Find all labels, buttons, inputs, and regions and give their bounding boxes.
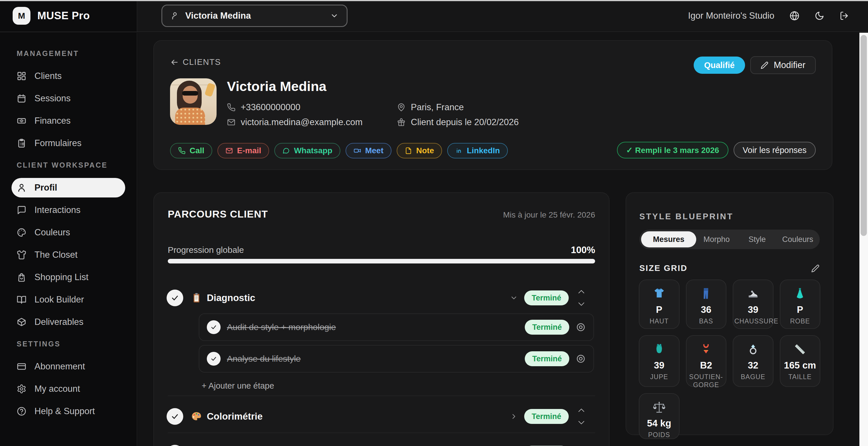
dashboard-grid-icon [17,71,26,81]
scrollbar-track[interactable] [859,33,868,446]
sidebar-item-formulaires[interactable]: Formulaires [11,133,125,153]
client-avatar [170,78,217,125]
view-answers-button[interactable]: Voir les réponses [734,142,816,159]
email-button-label: E-mail [237,146,261,155]
sidebar-item-clients[interactable]: Clients [11,66,125,86]
eye-icon[interactable] [576,322,586,332]
client-selector[interactable]: Victoria Medina [161,5,347,27]
sidebar-item-finances[interactable]: Finances [11,111,125,131]
size-tile-bas[interactable]: 36 BAS [686,279,727,329]
help-circle-icon [17,406,26,416]
progress-value: 100% [571,244,595,255]
sidebar-item-my-account[interactable]: My account [11,379,125,399]
add-step-link[interactable]: + Ajouter une étape [202,381,274,390]
size-tile-taille[interactable]: 165 cm TAILLE [780,335,820,387]
sidebar-item-shopping-list[interactable]: Shopping List [11,268,125,287]
client-phone: +33600000000 [227,102,363,112]
sidebar-item-label: Sessions [34,93,71,104]
globe-icon[interactable] [789,11,800,21]
linkedin-button[interactable]: LinkedIn [447,143,508,159]
sidebar-item-look-builder[interactable]: Look Builder [11,290,125,309]
client-since: Client depuis le 20/02/2026 [397,117,519,128]
app-logo: M [13,7,30,25]
move-down-icon[interactable] [578,421,585,425]
substep-row-lifestyle[interactable]: Analyse du lifestyle Terminé [199,345,594,373]
substep-check-circle[interactable] [207,352,221,366]
file-icon [405,147,412,155]
scale-icon [653,401,666,414]
tab-couleurs[interactable]: Couleurs [777,235,818,244]
tab-mesures[interactable]: Mesures [641,231,696,247]
meet-button[interactable]: Meet [345,143,392,159]
edit-button[interactable]: Modifier [750,56,816,74]
whatsapp-button[interactable]: Whatsapp [274,143,340,159]
sidebar-item-abonnement[interactable]: Abonnement [11,357,125,376]
sidebar-item-label: Deliverables [34,317,84,327]
palette-icon [17,228,26,237]
sidebar-item-label: Finances [34,116,71,126]
tile-label: SOUTIEN-GORGE [687,373,725,389]
user-icon [170,11,180,21]
sidebar-item-interactions[interactable]: Interactions [11,200,125,220]
bikini-icon [700,343,713,356]
pencil-icon[interactable] [811,264,820,273]
sidebar-item-profil[interactable]: Profil [11,178,125,198]
sidebar-item-help-support[interactable]: Help & Support [11,402,125,421]
journey-card: PARCOURS CLIENT Mis à jour le 25 févr. 2… [153,192,610,446]
substep-check-circle[interactable] [207,320,221,334]
substep-status-badge: Terminé [525,351,569,366]
sidebar-item-sessions[interactable]: Sessions [11,89,125,108]
eye-icon[interactable] [576,353,586,364]
step-title: Diagnostic [207,293,255,303]
call-button[interactable]: Call [170,143,212,159]
sidebar-item-label: Help & Support [34,406,95,416]
tile-label: ROBE [790,317,810,325]
move-down-icon[interactable] [578,302,585,306]
tab-morpho[interactable]: Morpho [696,235,737,244]
step-check-circle[interactable] [166,408,183,425]
progress-bar-fill [168,259,595,264]
logout-icon[interactable] [839,11,849,21]
size-tile-haut[interactable]: P HAUT [639,279,680,329]
step-check-circle[interactable] [166,289,183,306]
window-top-strip [0,0,868,1]
sidebar-item-couleurs[interactable]: Couleurs [11,223,125,242]
tile-label: BAS [699,317,713,325]
sidebar: MANAGEMENT Clients Sessions Finances For… [0,33,137,446]
size-tile-robe[interactable]: P ROBE [780,279,820,329]
sidebar-item-label: Formulaires [34,138,82,148]
size-tile-bague[interactable]: 32 BAGUE [733,335,774,387]
progress-bar [168,259,595,264]
blueprint-title: STYLE BLUEPRINT [639,212,733,221]
email-button[interactable]: E-mail [217,143,269,159]
message-square-icon [17,205,26,215]
note-button[interactable]: Note [397,143,442,159]
tab-style[interactable]: Style [737,235,777,244]
size-tile-chaussure[interactable]: 39 CHAUSSURE [733,279,774,329]
move-up-icon[interactable] [578,289,585,294]
tile-value: 54 kg [647,418,671,429]
collapse-chevron-icon[interactable] [510,294,518,302]
palette-icon [191,411,202,422]
dark-mode-icon[interactable] [814,11,824,21]
size-tile-jupe[interactable]: 39 JUPE [639,335,680,387]
app-name: MUSE Pro [37,10,90,22]
step-check-circle[interactable] [166,445,183,446]
size-tile-soutien-gorge[interactable]: B2 SOUTIEN-GORGE [686,335,727,387]
move-up-icon[interactable] [578,408,585,412]
banknote-icon [17,116,26,126]
mail-icon [227,118,236,127]
substep-row-audit[interactable]: Audit de style + morphologie Terminé [199,313,594,341]
linkedin-button-label: LinkedIn [467,146,500,155]
scrollbar-thumb[interactable] [861,35,867,236]
size-tile-poids[interactable]: 54 kg POIDS [639,393,680,439]
sidebar-item-the-closet[interactable]: The Closet [11,245,125,265]
expand-chevron-icon[interactable] [510,412,518,420]
sidebar-section-management: MANAGEMENT [17,49,125,58]
status-badge[interactable]: Qualifié [694,57,745,74]
sidebar-item-deliverables[interactable]: Deliverables [11,312,125,332]
topbar: M MUSE Pro Victoria Medina Igor Monteiro… [0,0,868,32]
client-email: victoria.medina@example.com [227,117,363,128]
meet-button-label: Meet [365,146,383,155]
sidebar-item-label: Profil [34,182,57,193]
